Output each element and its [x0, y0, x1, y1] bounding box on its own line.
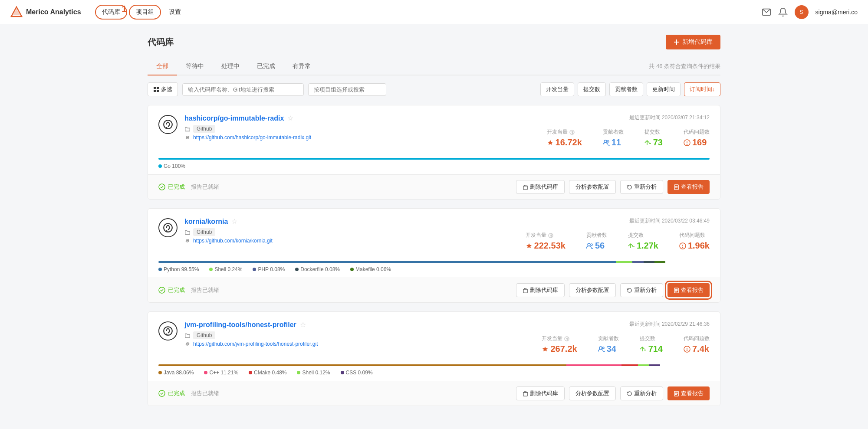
- nav-project-group[interactable]: 项目组: [129, 5, 161, 20]
- link-icon: [184, 238, 191, 244]
- stat-contributors-label: 贡献者数: [603, 128, 624, 136]
- refresh-icon: [627, 288, 632, 293]
- status-sub: 报告已就绪: [191, 286, 219, 294]
- search-input[interactable]: [182, 83, 304, 96]
- repo-source: Github: [184, 125, 311, 133]
- repo-stats: 开发当量 ? 16.72k 贡献者数: [547, 128, 710, 147]
- star-icon[interactable]: ☆: [300, 321, 306, 329]
- github-icon: [158, 218, 178, 237]
- repo-info: jvm-profiling-tools/honest-profiler ☆ Gi…: [184, 321, 318, 347]
- star-icon[interactable]: ☆: [231, 217, 237, 226]
- lang-label: Shell 0.12%: [297, 370, 330, 376]
- svg-point-27: [588, 243, 590, 246]
- view-report-button[interactable]: 查看报告: [667, 283, 710, 297]
- svg-point-41: [164, 327, 172, 335]
- report-icon: [674, 184, 679, 190]
- stat-dev-equiv: 开发当量 ? 267.2k: [542, 335, 577, 354]
- analysis-config-button[interactable]: 分析参数配置: [569, 180, 616, 194]
- stat-issues-label: 代码问题数: [684, 335, 710, 342]
- delete-repo-button[interactable]: 删除代码库: [516, 180, 565, 194]
- mail-icon[interactable]: [762, 7, 771, 17]
- stat-dev-equiv: 开发当量 ? 222.53k: [526, 232, 566, 251]
- folder-icon: [184, 332, 191, 338]
- repo-url: https://github.com/hashicorp/go-immutabl…: [184, 134, 311, 141]
- lang-label: Python 99.55%: [158, 266, 199, 272]
- svg-rect-4: [157, 87, 159, 89]
- repo-name[interactable]: jvm-profiling-tools/honest-profiler: [184, 321, 296, 329]
- stat-commits-value: 1.27k: [628, 241, 658, 251]
- user-email[interactable]: sigma@meri.co: [815, 9, 858, 16]
- sort-update-time[interactable]: 更新时间: [647, 82, 681, 96]
- main-content: 代码库 新增代码库 全部 等待中 处理中 已完成 有异常 共 46 条符合查询条…: [130, 24, 738, 425]
- tab-error[interactable]: 有异常: [284, 58, 319, 75]
- lang-progress-bar: [158, 261, 710, 263]
- stat-issues: 代码问题数 1.96k: [679, 232, 710, 251]
- stat-commits-value: 714: [640, 344, 663, 354]
- repo-name[interactable]: kornia/kornia: [184, 218, 228, 226]
- tab-waiting[interactable]: 等待中: [177, 58, 213, 75]
- svg-point-11: [607, 141, 609, 142]
- repo-stats: 开发当量 ? 222.53k 贡献者数: [526, 232, 710, 251]
- add-repo-button[interactable]: 新增代码库: [666, 35, 720, 49]
- stat-dev-equiv-label: 开发当量 ?: [547, 128, 575, 136]
- lang-bar-container: Python 99.55% Shell 0.24% PHP 0.08% Dock…: [148, 258, 720, 278]
- delete-repo-button[interactable]: 删除代码库: [516, 386, 565, 400]
- analysis-config-button[interactable]: 分析参数配置: [569, 386, 616, 400]
- delete-repo-button[interactable]: 删除代码库: [516, 283, 565, 297]
- delete-icon: [523, 391, 528, 396]
- stat-commits-label: 提交数: [644, 128, 660, 136]
- nav-settings[interactable]: 设置: [163, 6, 187, 19]
- repo-card-body: jvm-profiling-tools/honest-profiler ☆ Gi…: [148, 312, 720, 361]
- stat-commits-label: 提交数: [640, 335, 655, 342]
- repo-name-row: hashicorp/go-immutable-radix ☆: [184, 114, 311, 122]
- sort-commits[interactable]: 提交数: [578, 82, 606, 96]
- sort-contributors[interactable]: 贡献者数: [609, 82, 643, 96]
- sort-dev-equiv[interactable]: 开发当量: [540, 82, 574, 96]
- stat-contributors-value: 11: [603, 138, 621, 147]
- view-report-button[interactable]: 查看报告: [667, 180, 710, 194]
- repo-top: kornia/kornia ☆ Github: [158, 217, 710, 251]
- stat-contributors-label: 贡献者数: [598, 335, 619, 342]
- svg-rect-35: [523, 289, 527, 292]
- status-done: 已完成 报告已就绪: [158, 183, 219, 191]
- project-filter-input[interactable]: [308, 83, 386, 96]
- reanalyze-button[interactable]: 重新分析: [620, 180, 663, 194]
- tab-all[interactable]: 全部: [148, 58, 177, 75]
- stat-issues-value: 1.96k: [679, 241, 710, 251]
- stat-commits: 提交数 1.27k: [628, 232, 658, 251]
- annotation-1: 1: [122, 3, 127, 15]
- repo-source: Github: [184, 228, 273, 236]
- user-avatar[interactable]: S: [795, 5, 809, 19]
- link-icon: [184, 134, 191, 141]
- view-report-wrapper: 查看报告 2: [667, 283, 710, 297]
- repo-timestamp: 最近更新时间 2020/03/07 21:34:12: [629, 114, 710, 121]
- repo-card: hashicorp/go-immutable-radix ☆ Github: [148, 105, 720, 200]
- lang-label: C++ 11.21%: [204, 370, 238, 376]
- stat-issues: 代码问题数 7.4k: [684, 335, 710, 354]
- analysis-config-button[interactable]: 分析参数配置: [569, 283, 616, 297]
- reanalyze-button[interactable]: 重新分析: [620, 386, 663, 400]
- svg-text:?: ?: [572, 131, 573, 134]
- stat-commits: 提交数 714: [640, 335, 663, 354]
- bell-icon[interactable]: [778, 7, 788, 17]
- delete-icon: [523, 184, 528, 190]
- repo-cards-container: hashicorp/go-immutable-radix ☆ Github: [148, 105, 720, 406]
- reanalyze-button[interactable]: 重新分析: [620, 283, 663, 297]
- lang-label: Go 100%: [158, 163, 185, 169]
- star-icon[interactable]: ☆: [287, 114, 293, 122]
- stat-dev-equiv: 开发当量 ? 16.72k: [547, 128, 582, 147]
- sort-subscribe-time[interactable]: 订阅时间↓: [684, 82, 721, 96]
- view-report-button[interactable]: 查看报告: [667, 386, 710, 400]
- lang-bar-container: Java 88.06% C++ 11.21% CMake 0.48% Shell…: [148, 361, 720, 381]
- tab-done[interactable]: 已完成: [248, 58, 284, 75]
- svg-point-33: [682, 247, 683, 248]
- svg-text:?: ?: [550, 234, 552, 237]
- lang-progress-bar: [158, 158, 710, 160]
- multi-select-button[interactable]: 多选: [148, 82, 178, 96]
- filter-bar: 多选 开发当量 提交数 贡献者数 更新时间 订阅时间↓: [148, 82, 720, 96]
- repo-name[interactable]: hashicorp/go-immutable-radix: [184, 115, 284, 122]
- repo-timestamp: 最近更新时间 2020/02/29 21:46:36: [629, 321, 710, 328]
- status-done: 已完成 报告已就绪: [158, 286, 219, 294]
- tab-processing[interactable]: 处理中: [213, 58, 248, 75]
- stat-issues-value: 169: [684, 138, 707, 147]
